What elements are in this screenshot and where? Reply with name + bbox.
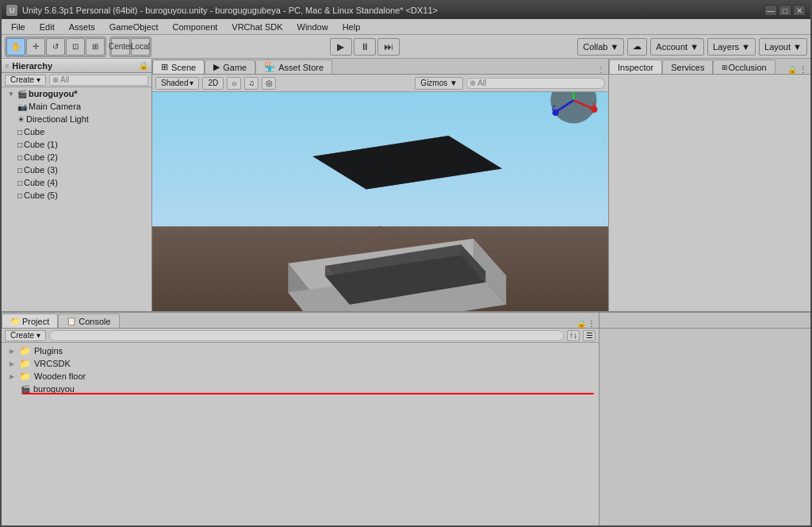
wooden-floor-folder-icon: 📁 — [19, 371, 31, 382]
menu-help[interactable]: Help — [336, 21, 367, 33]
maximize-button[interactable]: □ — [779, 5, 791, 16]
tab-occlusion[interactable]: ⊞ Occlusion — [713, 60, 775, 74]
project-tab-icon: 📁 — [10, 317, 20, 325]
hierarchy-item-cube2[interactable]: □ Cube (2) — [2, 151, 151, 163]
folder-vrcsdk[interactable]: ▶ 📁 VRCSDK — [3, 357, 597, 370]
center-toggle[interactable]: Center — [111, 38, 130, 56]
hand-tool[interactable]: ✋ — [6, 38, 25, 56]
folder-wooden-floor[interactable]: ▶ 📁 Wooden floor — [3, 370, 597, 383]
project-create-btn[interactable]: Create ▾ — [5, 330, 46, 341]
cube5-icon: □ — [17, 191, 22, 200]
cloud-button[interactable]: ☁ — [627, 38, 647, 56]
cube-icon: □ — [17, 128, 22, 137]
layers-dropdown[interactable]: Layers ▼ — [707, 38, 756, 56]
hierarchy-create-btn[interactable]: Create ▾ — [5, 75, 46, 86]
game-tab-icon: ▶ — [213, 62, 220, 72]
play-controls: ▶ ⏸ ⏭ — [155, 38, 574, 56]
close-button[interactable]: ✕ — [793, 5, 806, 16]
hierarchy-item-cube5[interactable]: □ Cube (5) — [2, 189, 151, 202]
folder-plugins[interactable]: ▶ 📁 Plugins — [3, 344, 597, 357]
hierarchy-cube2-label: Cube (2) — [24, 152, 58, 162]
scene-search[interactable] — [466, 78, 605, 89]
audio-toggle[interactable]: ♫ — [244, 77, 259, 90]
project-lock-icon[interactable]: 🔒 — [576, 319, 586, 328]
tab-game[interactable]: ▶ Game — [205, 60, 255, 74]
hierarchy-item-light[interactable]: ☀ Directional Light — [2, 113, 151, 125]
hierarchy-item-camera[interactable]: 📷 Main Camera — [2, 100, 151, 113]
shading-label: Shaded — [161, 79, 188, 87]
project-menu-icon[interactable]: ⋮ — [588, 319, 596, 328]
inspector-tab-label: Inspector — [618, 63, 653, 72]
scene-asset-buroguyou[interactable]: 🎬 buroguyou — [3, 383, 597, 395]
console-tab-label: Console — [79, 317, 110, 326]
gizmos-dropdown[interactable]: Gizmos ▼ — [415, 77, 463, 90]
tab-console[interactable]: 📋 Console — [58, 314, 119, 328]
scene-tab-label: Scene — [171, 63, 196, 72]
menu-window[interactable]: Window — [291, 21, 335, 33]
hierarchy-drag-handle: ≡ — [5, 62, 9, 70]
move-tool[interactable]: ✛ — [26, 38, 45, 56]
services-tab-label: Services — [671, 63, 704, 72]
menu-file[interactable]: File — [5, 21, 32, 33]
effects-toggle[interactable]: ◎ — [262, 77, 276, 90]
tab-asset-store[interactable]: 🏪 Asset Store — [255, 60, 332, 74]
2d-toggle[interactable]: 2D — [202, 77, 224, 90]
hierarchy-item-cube4[interactable]: □ Cube (4) — [2, 176, 151, 189]
panels-row: ≡ Hierarchy 🔒 Create ▾ ▼ 🎬 buroguyou* — [2, 59, 810, 311]
scene-viewport[interactable]: Persp Y X — [152, 92, 608, 311]
shading-dropdown[interactable]: Shaded ▾ — [155, 77, 199, 90]
hierarchy-item-cube1[interactable]: □ Cube (1) — [2, 138, 151, 151]
hierarchy-item-root[interactable]: ▼ 🎬 buroguyou* — [2, 87, 151, 100]
lighting-toggle[interactable]: ☼ — [227, 77, 241, 90]
vrcsdk-folder-icon: 📁 — [19, 358, 31, 369]
title-bar-controls[interactable]: — □ ✕ — [764, 5, 806, 16]
pause-button[interactable]: ⏸ — [354, 38, 376, 56]
tab-project[interactable]: 📁 Project — [2, 314, 58, 328]
project-list-btn[interactable]: ☰ — [583, 330, 596, 341]
menu-vrchat-sdk[interactable]: VRChat SDK — [225, 21, 289, 33]
pivot-controls: Center Local — [109, 37, 151, 57]
menu-assets[interactable]: Assets — [63, 21, 102, 33]
wooden-floor-label: Wooden floor — [34, 371, 86, 381]
hierarchy-cube4-label: Cube (4) — [24, 178, 58, 187]
tab-inspector[interactable]: Inspector — [609, 60, 662, 74]
2d-label: 2D — [208, 79, 218, 87]
rect-tool[interactable]: ⊞ — [86, 38, 105, 56]
collab-button[interactable]: Collab ▼ — [577, 38, 624, 56]
root-icon: 🎬 — [17, 90, 27, 98]
hierarchy-panel: ≡ Hierarchy 🔒 Create ▾ ▼ 🎬 buroguyou* — [2, 59, 152, 311]
scene-panel-menu[interactable]: ⋮ — [597, 65, 605, 74]
hierarchy-item-cube3[interactable]: □ Cube (3) — [2, 163, 151, 176]
project-tab-label: Project — [22, 317, 49, 326]
hierarchy-cube-label: Cube — [24, 127, 44, 137]
local-toggle[interactable]: Local — [131, 38, 150, 56]
tab-scene[interactable]: ⊞ Scene — [152, 60, 205, 74]
work-area: ≡ Hierarchy 🔒 Create ▾ ▼ 🎬 buroguyou* — [2, 59, 810, 525]
scene-tab-icon: ⊞ — [161, 62, 168, 72]
svg-text:X: X — [592, 101, 596, 109]
asset-store-tab-icon: 🏪 — [264, 62, 275, 72]
minimize-button[interactable]: — — [764, 5, 777, 16]
menu-component[interactable]: Component — [166, 21, 224, 33]
inspector-menu-icon[interactable]: ⋮ — [799, 65, 807, 74]
wooden-floor-expand: ▶ — [10, 373, 14, 380]
inspector-lock-icon[interactable]: 🔒 — [787, 65, 797, 74]
play-button[interactable]: ▶ — [330, 38, 352, 56]
menu-gameobject[interactable]: GameObject — [103, 21, 165, 33]
plugins-folder-icon: 📁 — [19, 345, 31, 356]
rotate-tool[interactable]: ↺ — [46, 38, 65, 56]
hierarchy-item-cube[interactable]: □ Cube — [2, 125, 151, 138]
scale-tool[interactable]: ⊡ — [66, 38, 85, 56]
hierarchy-lock[interactable]: 🔒 — [139, 61, 148, 70]
tab-services[interactable]: Services — [662, 60, 713, 74]
layout-dropdown[interactable]: Layout ▼ — [759, 38, 807, 56]
menu-edit[interactable]: Edit — [33, 21, 61, 33]
account-dropdown[interactable]: Account ▼ — [650, 38, 704, 56]
project-sort-btn[interactable]: ↑↓ — [567, 330, 580, 341]
unity-icon: U — [6, 5, 17, 16]
project-search[interactable] — [49, 330, 564, 341]
buroguyou-scene-icon: 🎬 — [21, 385, 30, 394]
step-button[interactable]: ⏭ — [377, 38, 400, 56]
occlusion-tab-icon: ⊞ — [722, 63, 728, 71]
hierarchy-search[interactable] — [49, 75, 148, 86]
